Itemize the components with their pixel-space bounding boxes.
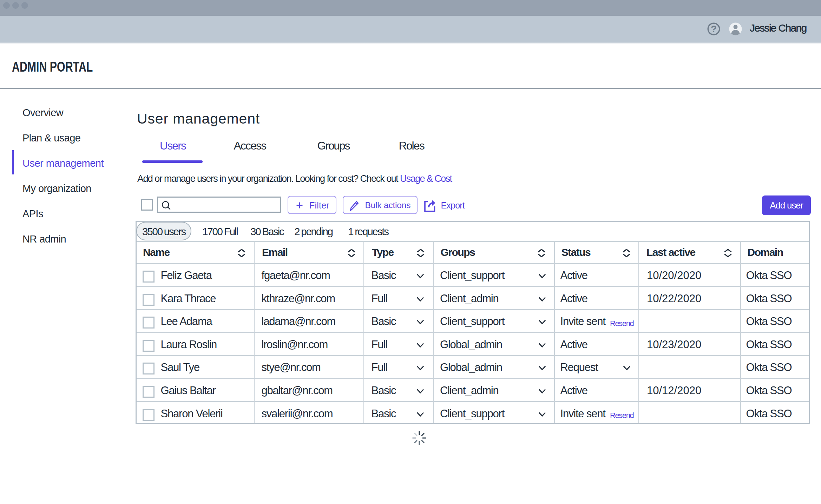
svg-text:?: ?	[711, 24, 717, 34]
